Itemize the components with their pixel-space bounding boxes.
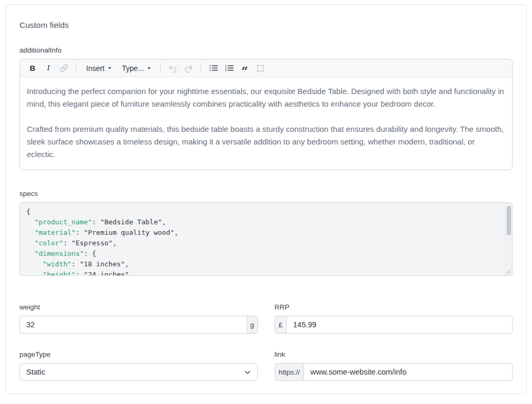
code-line: "dimensions": { [26, 248, 498, 259]
codesample-button[interactable] [253, 61, 268, 76]
link-label: link [275, 350, 513, 358]
row-pagetype-link: pageType Static link https:// [19, 350, 513, 381]
field-link: link https:// [275, 350, 513, 381]
field-additional-info: additionalInfo B I Insert Type... [19, 46, 513, 170]
insert-dropdown-label: Insert [86, 64, 105, 72]
field-weight: weight g [19, 303, 258, 334]
undo-button[interactable] [165, 61, 180, 76]
bold-button[interactable]: B [25, 61, 40, 76]
dashed-box-icon [257, 65, 264, 71]
code-line: { [26, 206, 498, 217]
blockquote-button[interactable]: “ [237, 61, 252, 76]
insert-dropdown[interactable]: Insert [81, 61, 116, 76]
editor-paragraph: Introducing the perfect companion for yo… [27, 85, 505, 110]
bold-icon: B [30, 64, 36, 72]
page-type-select[interactable]: Static [19, 363, 258, 381]
currency-addon: £ [275, 316, 287, 334]
link-input[interactable] [304, 363, 513, 381]
italic-icon: I [47, 64, 50, 72]
type-dropdown-label: Type... [122, 64, 144, 72]
chevron-down-icon [148, 67, 151, 69]
blockquote-icon: “ [242, 63, 248, 74]
toolbar-divider [201, 64, 201, 73]
chevron-down-icon [108, 67, 111, 69]
type-dropdown[interactable]: Type... [117, 61, 155, 76]
protocol-addon: https:// [275, 363, 304, 381]
panel-title: Custom fields [19, 20, 513, 30]
toolbar-divider [76, 64, 77, 73]
redo-button[interactable] [181, 61, 196, 76]
rrp-label: RRP [275, 303, 513, 311]
specs-code-editor[interactable]: { "product_name": "Bedside Table", "mate… [19, 202, 513, 276]
field-rrp: RRP £ [275, 303, 513, 334]
undo-icon [168, 64, 178, 73]
field-page-type: pageType Static [19, 350, 258, 381]
specs-label: specs [19, 190, 513, 198]
redo-icon [184, 64, 193, 73]
code-line: "height": "24 inches", [26, 270, 498, 276]
rich-text-editor: B I Insert Type... [19, 59, 513, 170]
editor-paragraph: Crafted from premium quality materials, … [27, 123, 505, 161]
scrollbar-track[interactable] [505, 203, 512, 275]
link-button[interactable] [57, 61, 71, 76]
code-line: "width": "18 inches", [26, 259, 498, 270]
bullet-list-icon [209, 64, 218, 72]
resize-handle-icon[interactable] [505, 268, 511, 274]
numbered-list-button[interactable]: 123 [222, 61, 236, 76]
svg-text:3: 3 [225, 69, 226, 72]
additional-info-label: additionalInfo [19, 46, 513, 54]
chevron-down-icon [244, 369, 251, 376]
bullet-list-button[interactable] [206, 61, 221, 76]
weight-unit-addon: g [247, 316, 258, 334]
scrollbar-thumb[interactable] [507, 206, 511, 235]
italic-button[interactable]: I [41, 61, 56, 76]
page-type-value: Static [26, 368, 45, 376]
row-weight-rrp: weight g RRP £ [19, 303, 513, 334]
specs-code: { "product_name": "Bedside Table", "mate… [20, 203, 512, 276]
field-specs: specs { "product_name": "Bedside Table",… [19, 190, 513, 276]
editor-content-area[interactable]: Introducing the perfect companion for yo… [20, 77, 512, 170]
rrp-input[interactable] [286, 316, 513, 334]
toolbar-divider [160, 64, 161, 73]
weight-input[interactable] [19, 316, 247, 334]
numbered-list-icon: 123 [225, 64, 234, 72]
custom-fields-panel: Custom fields additionalInfo B I Insert … [5, 4, 527, 394]
page-type-label: pageType [19, 350, 258, 358]
code-line: "material": "Premium quality wood", [26, 227, 498, 238]
link-icon [60, 64, 68, 72]
weight-label: weight [19, 303, 258, 311]
code-line: "product_name": "Bedside Table", [26, 217, 498, 227]
code-line: "color": "Espresso", [26, 238, 498, 248]
editor-toolbar: B I Insert Type... [20, 59, 512, 77]
